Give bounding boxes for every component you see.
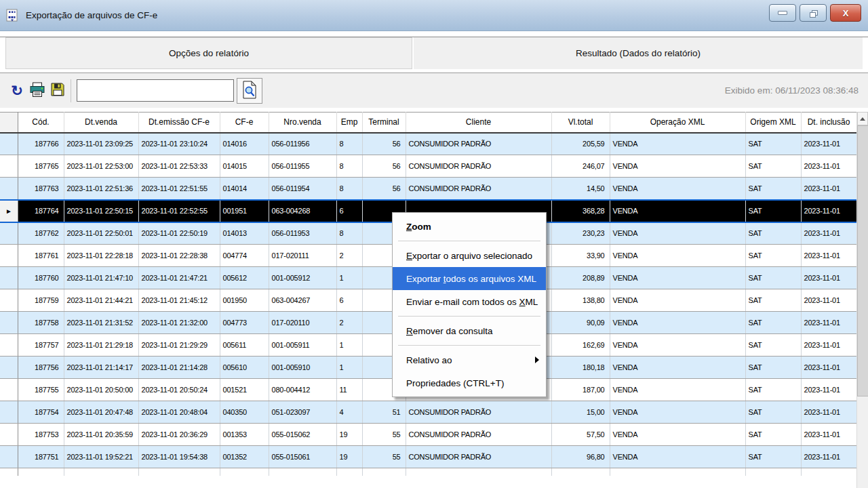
cell-cfe[interactable]: 001521 [220, 379, 269, 401]
cell-operacao-xml[interactable]: VENDA [610, 200, 745, 222]
cell-emp[interactable]: 8 [336, 155, 362, 178]
cell-cliente[interactable]: CONSUMIDOR PADRÃO [406, 178, 551, 200]
cell-cliente[interactable]: CONSUMIDOR PADRÃO [406, 401, 551, 424]
column-header-cod[interactable]: Cód. [18, 113, 64, 133]
close-button[interactable]: X [830, 4, 861, 22]
restore-button[interactable] [800, 4, 827, 22]
cell-dt-emissao[interactable]: 2023-11-01 23:10:24 [138, 133, 220, 155]
cell-dt-inclusao[interactable]: 2023-11-01 [801, 155, 856, 178]
cell-cfe[interactable]: 014015 [220, 155, 269, 178]
cell-cfe[interactable]: 001352 [220, 446, 269, 468]
cell-cod[interactable]: 187763 [18, 178, 64, 200]
cell-cliente[interactable]: CONSUMIDOR PADRÃO [406, 446, 551, 468]
cell-dt-venda[interactable]: 2023-11-01 22:53:00 [64, 155, 138, 178]
cell-dt-emissao[interactable]: 2023-11-01 21:45:12 [138, 289, 220, 312]
cell-dt-emissao[interactable]: 2023-11-01 21:14:28 [138, 357, 220, 379]
cell-nro-venda[interactable]: 001-005912 [269, 267, 336, 289]
cell-operacao-xml[interactable]: VENDA [610, 267, 745, 289]
cell-cfe[interactable]: 004774 [220, 245, 269, 267]
cell-origem-xml[interactable]: SAT [745, 133, 801, 155]
cell-cod[interactable]: 187765 [18, 155, 64, 178]
row-gutter[interactable] [0, 222, 18, 245]
cell-emp[interactable]: 8 [336, 222, 362, 245]
cell-operacao-xml[interactable]: VENDA [610, 178, 745, 200]
cell-cod[interactable]: 187755 [18, 379, 64, 401]
table-row[interactable]: 1877542023-11-01 20:47:482023-11-01 20:4… [0, 401, 856, 424]
cell-nro-venda[interactable]: 001-005911 [269, 334, 336, 357]
cell-dt-inclusao[interactable]: 2023-11-01 [801, 424, 856, 446]
cell-emp[interactable]: 1 [336, 357, 362, 379]
cell-dt-venda[interactable]: 2023-11-01 22:28:18 [64, 245, 138, 267]
cell-cfe[interactable]: 001951 [220, 200, 269, 222]
cell-cod[interactable]: 187764 [18, 200, 64, 222]
cell-origem-xml[interactable]: SAT [745, 245, 801, 267]
cell-emp[interactable]: 8 [336, 133, 362, 155]
cell-vl-total[interactable]: 205,59 [551, 133, 610, 155]
row-gutter[interactable] [0, 312, 18, 334]
table-row[interactable]: 1877652023-11-01 22:53:002023-11-01 22:5… [0, 155, 856, 178]
cell-nro-venda[interactable]: 080-004412 [269, 379, 336, 401]
minimize-button[interactable] [769, 4, 796, 22]
cell-terminal[interactable]: 56 [362, 155, 406, 178]
cell-cfe[interactable]: 005611 [220, 334, 269, 357]
table-row[interactable]: 1877662023-11-01 23:09:252023-11-01 23:1… [0, 133, 856, 155]
cell-emp[interactable]: 6 [336, 200, 362, 222]
cell-cfe[interactable]: 005612 [220, 267, 269, 289]
scroll-up-button[interactable] [857, 112, 868, 125]
cell-dt-inclusao[interactable]: 2023-11-01 [801, 446, 856, 468]
cell-cod[interactable]: 187757 [18, 334, 64, 357]
cell-operacao-xml[interactable]: VENDA [610, 424, 745, 446]
cell-vl-total[interactable]: 208,89 [551, 267, 610, 289]
cell-origem-xml[interactable]: SAT [745, 200, 801, 222]
cell-nro-venda[interactable]: 001-005910 [269, 357, 336, 379]
cell-dt-inclusao[interactable]: 2023-11-01 [801, 178, 856, 200]
cell-cod[interactable]: 187766 [18, 133, 64, 155]
cell-nro-venda[interactable]: 055-015062 [269, 424, 336, 446]
cell-vl-total[interactable]: 96,80 [551, 446, 610, 468]
cell-origem-xml[interactable]: SAT [745, 155, 801, 178]
row-gutter[interactable] [0, 401, 18, 424]
cell-dt-emissao[interactable]: 2023-11-01 20:36:29 [138, 424, 220, 446]
cell-origem-xml[interactable]: SAT [745, 289, 801, 312]
row-gutter[interactable] [0, 424, 18, 446]
cell-emp[interactable]: 2 [336, 245, 362, 267]
cell-cfe[interactable]: 001950 [220, 289, 269, 312]
cell-cfe[interactable]: 014016 [220, 133, 269, 155]
cell-nro-venda[interactable]: 056-011955 [269, 155, 336, 178]
cell-emp[interactable]: 19 [336, 446, 362, 468]
row-gutter[interactable] [0, 267, 18, 289]
cell-vl-total[interactable]: 14,50 [551, 178, 610, 200]
preview-button[interactable] [237, 78, 262, 104]
cell-cod[interactable]: 187759 [18, 289, 64, 312]
cell-dt-emissao[interactable]: 2023-11-01 21:29:29 [138, 334, 220, 357]
menu-item-exportar-o-arquivo-selecionado[interactable]: Exportar o arquivo selecionado [393, 244, 546, 267]
cell-terminal[interactable]: 51 [362, 401, 406, 424]
cell-cod[interactable]: 187753 [18, 424, 64, 446]
cell-cfe[interactable]: 040350 [220, 401, 269, 424]
cell-origem-xml[interactable]: SAT [745, 222, 801, 245]
cell-dt-venda[interactable]: 2023-11-01 21:47:10 [64, 267, 138, 289]
cell-dt-inclusao[interactable]: 2023-11-01 [801, 357, 856, 379]
cell-origem-xml[interactable]: SAT [745, 379, 801, 401]
cell-cod[interactable]: 187761 [18, 245, 64, 267]
table-row[interactable]: 1877512023-11-01 19:52:212023-11-01 19:5… [0, 446, 856, 468]
table-row[interactable]: 1877632023-11-01 22:51:362023-11-01 22:5… [0, 178, 856, 200]
cell-dt-venda[interactable]: 2023-11-01 21:31:52 [64, 312, 138, 334]
cell-cod[interactable]: 187758 [18, 312, 64, 334]
row-gutter[interactable] [0, 178, 18, 200]
cell-origem-xml[interactable]: SAT [745, 267, 801, 289]
cell-terminal[interactable]: 56 [362, 133, 406, 155]
tab-resultado-dados-do-relatorio[interactable]: Resultado (Dados do relatório) [414, 37, 863, 69]
cell-vl-total[interactable]: 57,50 [551, 424, 610, 446]
row-gutter[interactable] [0, 357, 18, 379]
row-gutter[interactable] [0, 379, 18, 401]
cell-cliente[interactable]: CONSUMIDOR PADRÃO [406, 155, 551, 178]
cell-dt-inclusao[interactable]: 2023-11-01 [801, 312, 856, 334]
cell-origem-xml[interactable]: SAT [745, 357, 801, 379]
cell-cfe[interactable]: 005610 [220, 357, 269, 379]
cell-vl-total[interactable]: 246,07 [551, 155, 610, 178]
column-header-origem-xml[interactable]: Origem XML [745, 113, 801, 133]
cell-dt-venda[interactable]: 2023-11-01 22:51:36 [64, 178, 138, 200]
cell-operacao-xml[interactable]: VENDA [610, 155, 745, 178]
cell-cliente[interactable]: CONSUMIDOR PADRÃO [406, 424, 551, 446]
